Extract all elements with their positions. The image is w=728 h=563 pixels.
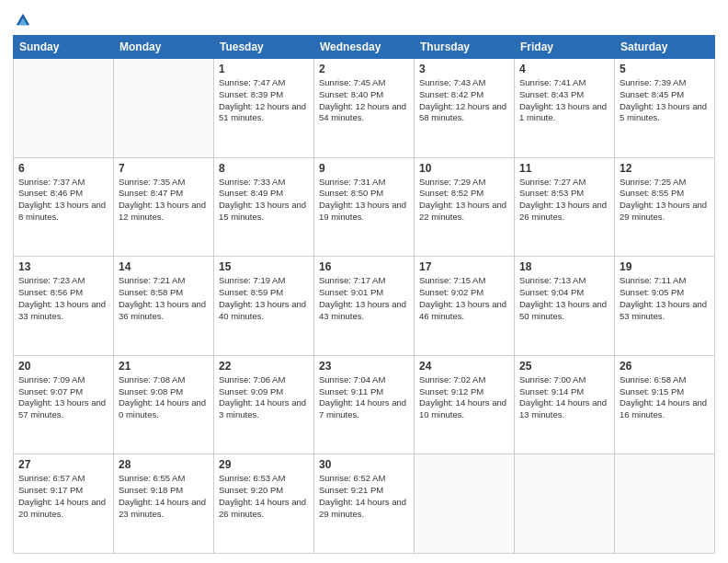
calendar-cell <box>615 454 715 554</box>
cell-info-text: Sunrise: 6:58 AM Sunset: 9:15 PM Dayligh… <box>620 374 710 421</box>
cell-info-text: Sunrise: 7:09 AM Sunset: 9:07 PM Dayligh… <box>18 374 108 421</box>
header-day-thursday: Thursday <box>415 36 515 59</box>
cell-info-text: Sunrise: 7:35 AM Sunset: 8:47 PM Dayligh… <box>119 177 209 224</box>
logo <box>13 11 31 28</box>
cell-day-number: 15 <box>219 260 309 273</box>
cell-info-text: Sunrise: 7:04 AM Sunset: 9:11 PM Dayligh… <box>319 374 409 421</box>
cell-info-text: Sunrise: 6:53 AM Sunset: 9:20 PM Dayligh… <box>219 473 309 520</box>
calendar-cell: 26Sunrise: 6:58 AM Sunset: 9:15 PM Dayli… <box>615 355 715 454</box>
calendar-cell: 18Sunrise: 7:13 AM Sunset: 9:04 PM Dayli… <box>515 257 615 356</box>
cell-day-number: 30 <box>319 458 409 471</box>
calendar-cell: 16Sunrise: 7:17 AM Sunset: 9:01 PM Dayli… <box>314 257 415 356</box>
cell-day-number: 13 <box>18 260 108 273</box>
cell-info-text: Sunrise: 6:55 AM Sunset: 9:18 PM Dayligh… <box>119 473 209 520</box>
calendar-cell: 22Sunrise: 7:06 AM Sunset: 9:09 PM Dayli… <box>214 355 314 454</box>
calendar-table: SundayMondayTuesdayWednesdayThursdayFrid… <box>13 35 715 554</box>
cell-day-number: 8 <box>219 162 309 175</box>
calendar-cell: 4Sunrise: 7:41 AM Sunset: 8:43 PM Daylig… <box>515 59 615 158</box>
calendar-cell: 6Sunrise: 7:37 AM Sunset: 8:46 PM Daylig… <box>14 157 114 257</box>
cell-info-text: Sunrise: 7:19 AM Sunset: 8:59 PM Dayligh… <box>219 275 309 322</box>
calendar-cell: 23Sunrise: 7:04 AM Sunset: 9:11 PM Dayli… <box>314 355 415 454</box>
cell-info-text: Sunrise: 7:39 AM Sunset: 8:45 PM Dayligh… <box>620 77 710 124</box>
calendar-cell <box>515 454 615 554</box>
calendar-cell: 21Sunrise: 7:08 AM Sunset: 9:08 PM Dayli… <box>114 355 214 454</box>
cell-day-number: 1 <box>219 63 309 75</box>
calendar-cell: 20Sunrise: 7:09 AM Sunset: 9:07 PM Dayli… <box>14 355 114 454</box>
cell-info-text: Sunrise: 7:33 AM Sunset: 8:49 PM Dayligh… <box>219 177 309 224</box>
cell-info-text: Sunrise: 7:11 AM Sunset: 9:05 PM Dayligh… <box>620 275 710 322</box>
cell-day-number: 21 <box>119 360 209 373</box>
cell-day-number: 20 <box>18 360 108 373</box>
calendar-week-3: 13Sunrise: 7:23 AM Sunset: 8:56 PM Dayli… <box>14 257 715 356</box>
cell-info-text: Sunrise: 7:37 AM Sunset: 8:46 PM Dayligh… <box>18 177 108 224</box>
header-day-friday: Friday <box>515 36 615 59</box>
cell-day-number: 9 <box>319 162 409 175</box>
cell-info-text: Sunrise: 7:25 AM Sunset: 8:55 PM Dayligh… <box>620 177 710 224</box>
calendar-cell <box>14 59 114 158</box>
cell-info-text: Sunrise: 6:57 AM Sunset: 9:17 PM Dayligh… <box>18 473 108 520</box>
cell-info-text: Sunrise: 7:47 AM Sunset: 8:39 PM Dayligh… <box>219 77 309 124</box>
cell-day-number: 25 <box>519 360 609 373</box>
calendar-cell: 3Sunrise: 7:43 AM Sunset: 8:42 PM Daylig… <box>415 59 515 158</box>
cell-info-text: Sunrise: 7:21 AM Sunset: 8:58 PM Dayligh… <box>119 275 209 322</box>
calendar-cell: 9Sunrise: 7:31 AM Sunset: 8:50 PM Daylig… <box>314 157 415 257</box>
cell-day-number: 17 <box>419 260 509 273</box>
calendar-cell: 5Sunrise: 7:39 AM Sunset: 8:45 PM Daylig… <box>615 59 715 158</box>
cell-day-number: 16 <box>319 260 409 273</box>
header-day-sunday: Sunday <box>14 36 114 59</box>
header <box>13 11 715 28</box>
cell-day-number: 24 <box>419 360 509 373</box>
cell-day-number: 3 <box>419 63 509 75</box>
cell-day-number: 7 <box>119 162 209 175</box>
calendar-cell: 13Sunrise: 7:23 AM Sunset: 8:56 PM Dayli… <box>14 257 114 356</box>
calendar-cell: 7Sunrise: 7:35 AM Sunset: 8:47 PM Daylig… <box>114 157 214 257</box>
cell-day-number: 29 <box>219 458 309 471</box>
calendar-week-2: 6Sunrise: 7:37 AM Sunset: 8:46 PM Daylig… <box>14 157 715 257</box>
header-day-monday: Monday <box>114 36 214 59</box>
cell-info-text: Sunrise: 7:06 AM Sunset: 9:09 PM Dayligh… <box>219 374 309 421</box>
logo-icon <box>15 11 31 28</box>
cell-day-number: 2 <box>319 63 409 75</box>
calendar-week-5: 27Sunrise: 6:57 AM Sunset: 9:17 PM Dayli… <box>14 454 715 554</box>
cell-info-text: Sunrise: 7:27 AM Sunset: 8:53 PM Dayligh… <box>519 177 609 224</box>
calendar-cell <box>114 59 214 158</box>
cell-info-text: Sunrise: 7:02 AM Sunset: 9:12 PM Dayligh… <box>419 374 509 421</box>
cell-day-number: 26 <box>620 360 710 373</box>
calendar-cell: 14Sunrise: 7:21 AM Sunset: 8:58 PM Dayli… <box>114 257 214 356</box>
cell-info-text: Sunrise: 7:17 AM Sunset: 9:01 PM Dayligh… <box>319 275 409 322</box>
cell-day-number: 22 <box>219 360 309 373</box>
calendar-cell: 17Sunrise: 7:15 AM Sunset: 9:02 PM Dayli… <box>415 257 515 356</box>
calendar-cell: 15Sunrise: 7:19 AM Sunset: 8:59 PM Dayli… <box>214 257 314 356</box>
calendar-week-4: 20Sunrise: 7:09 AM Sunset: 9:07 PM Dayli… <box>14 355 715 454</box>
calendar-cell: 25Sunrise: 7:00 AM Sunset: 9:14 PM Dayli… <box>515 355 615 454</box>
calendar-cell: 29Sunrise: 6:53 AM Sunset: 9:20 PM Dayli… <box>214 454 314 554</box>
cell-day-number: 11 <box>519 162 609 175</box>
calendar-cell: 1Sunrise: 7:47 AM Sunset: 8:39 PM Daylig… <box>214 59 314 158</box>
cell-info-text: Sunrise: 7:43 AM Sunset: 8:42 PM Dayligh… <box>419 77 509 124</box>
cell-info-text: Sunrise: 6:52 AM Sunset: 9:21 PM Dayligh… <box>319 473 409 520</box>
calendar-week-1: 1Sunrise: 7:47 AM Sunset: 8:39 PM Daylig… <box>14 59 715 158</box>
calendar-cell: 12Sunrise: 7:25 AM Sunset: 8:55 PM Dayli… <box>615 157 715 257</box>
calendar-cell: 2Sunrise: 7:45 AM Sunset: 8:40 PM Daylig… <box>314 59 415 158</box>
cell-day-number: 28 <box>119 458 209 471</box>
cell-info-text: Sunrise: 7:23 AM Sunset: 8:56 PM Dayligh… <box>18 275 108 322</box>
calendar-cell: 19Sunrise: 7:11 AM Sunset: 9:05 PM Dayli… <box>615 257 715 356</box>
calendar-cell: 30Sunrise: 6:52 AM Sunset: 9:21 PM Dayli… <box>314 454 415 554</box>
header-day-wednesday: Wednesday <box>314 36 415 59</box>
calendar-cell: 11Sunrise: 7:27 AM Sunset: 8:53 PM Dayli… <box>515 157 615 257</box>
cell-day-number: 27 <box>18 458 108 471</box>
calendar-header-row: SundayMondayTuesdayWednesdayThursdayFrid… <box>14 36 715 59</box>
calendar-cell: 24Sunrise: 7:02 AM Sunset: 9:12 PM Dayli… <box>415 355 515 454</box>
cell-day-number: 23 <box>319 360 409 373</box>
cell-info-text: Sunrise: 7:08 AM Sunset: 9:08 PM Dayligh… <box>119 374 209 421</box>
cell-info-text: Sunrise: 7:13 AM Sunset: 9:04 PM Dayligh… <box>519 275 609 322</box>
cell-day-number: 12 <box>620 162 710 175</box>
calendar-cell: 10Sunrise: 7:29 AM Sunset: 8:52 PM Dayli… <box>415 157 515 257</box>
cell-day-number: 4 <box>519 63 609 75</box>
cell-info-text: Sunrise: 7:00 AM Sunset: 9:14 PM Dayligh… <box>519 374 609 421</box>
calendar-cell: 27Sunrise: 6:57 AM Sunset: 9:17 PM Dayli… <box>14 454 114 554</box>
calendar-cell: 8Sunrise: 7:33 AM Sunset: 8:49 PM Daylig… <box>214 157 314 257</box>
cell-day-number: 18 <box>519 260 609 273</box>
page: SundayMondayTuesdayWednesdayThursdayFrid… <box>0 0 728 563</box>
header-day-tuesday: Tuesday <box>214 36 314 59</box>
